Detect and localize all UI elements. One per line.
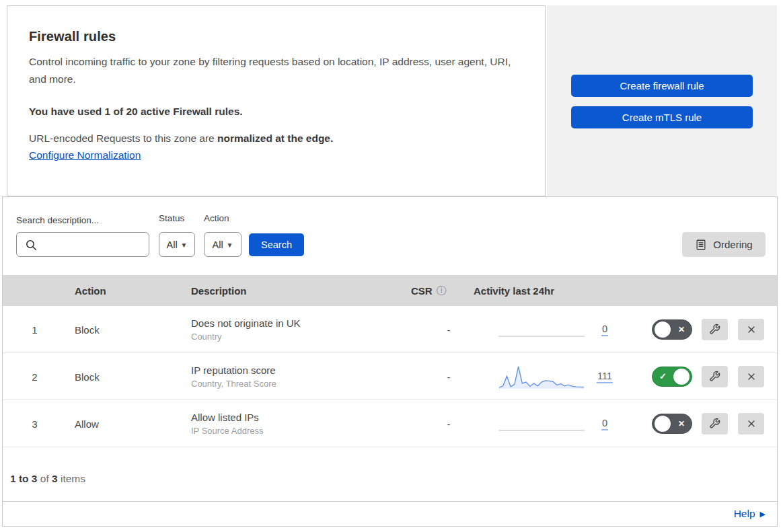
rule-action: Block — [75, 371, 100, 382]
search-icon — [26, 239, 37, 251]
status-filter-select[interactable]: All ▼ — [159, 232, 195, 257]
x-icon: ✕ — [678, 325, 685, 334]
delete-rule-button[interactable] — [738, 413, 764, 434]
column-header-activity: Activity last 24hr — [474, 285, 554, 297]
table-row: 1 Block Does not originate in UK Country… — [3, 306, 777, 353]
rule-csr-value: - — [415, 371, 482, 382]
toggle-knob — [673, 369, 690, 385]
toggle-knob — [655, 416, 671, 432]
normalization-note-bold: normalized at the edge. — [217, 132, 333, 144]
action-filter-value: All — [212, 239, 223, 250]
pagination-range: 1 to 3 — [10, 473, 37, 484]
configure-normalization-link[interactable]: Configure Normalization — [29, 149, 141, 161]
x-icon: ✕ — [678, 419, 685, 428]
rule-enabled-toggle[interactable]: ✓ ✕ — [652, 367, 692, 387]
ordering-button[interactable]: Ordering — [682, 232, 766, 257]
rule-description: Allow listed IPs — [191, 412, 263, 423]
status-filter-value: All — [166, 239, 177, 250]
wrench-icon — [709, 324, 720, 335]
activity-sparkline — [498, 410, 586, 437]
pagination-of: of — [37, 473, 52, 484]
usage-summary: You have used 1 of 20 active Firewall ru… — [29, 106, 523, 118]
rules-panel: Search description... Status Action All … — [2, 196, 778, 527]
table-row: 3 Allow Allow listed IPs IP Source Addre… — [3, 400, 777, 447]
close-icon — [746, 371, 757, 382]
chevron-down-icon: ▼ — [181, 240, 188, 249]
toggle-knob — [655, 321, 671, 338]
help-link-label: Help — [734, 508, 755, 520]
edit-rule-button[interactable] — [702, 319, 728, 340]
normalization-note: URL-encoded Requests to this zone are no… — [29, 132, 523, 145]
activity-count-link[interactable]: 0 — [588, 417, 622, 430]
rule-description: Does not originate in UK — [191, 317, 301, 329]
wrench-icon — [709, 371, 720, 382]
rule-description-block: Allow listed IPs IP Source Address — [191, 412, 263, 436]
table-row: 2 Block IP reputation score Country, Thr… — [3, 353, 777, 400]
close-icon — [746, 324, 757, 335]
firewall-rules-page: Firewall rules Control incoming traffic … — [0, 0, 781, 532]
actions-panel: Create firewall rule Create mTLS rule — [547, 5, 777, 196]
edit-rule-button[interactable] — [702, 413, 728, 434]
close-icon — [746, 418, 757, 429]
table-header: Action Description CSR ⓘ Activity last 2… — [3, 275, 777, 306]
rule-criteria: IP Source Address — [191, 426, 263, 436]
activity-count-link[interactable]: 0 — [588, 323, 622, 336]
wrench-icon — [709, 418, 720, 429]
rule-priority: 1 — [3, 324, 67, 335]
pagination-items: items — [58, 473, 85, 484]
pagination-summary: 1 to 3 of 3 items — [10, 473, 85, 485]
search-button[interactable]: Search — [249, 233, 304, 256]
normalization-note-text: URL-encoded Requests to this zone are — [29, 132, 217, 144]
ordering-button-label: Ordering — [713, 239, 752, 250]
help-bar: Help ▶ — [3, 501, 777, 526]
activity-sparkline — [498, 363, 586, 390]
info-icon[interactable]: ⓘ — [437, 284, 447, 297]
action-filter-select[interactable]: All ▼ — [204, 232, 241, 257]
delete-rule-button[interactable] — [738, 319, 764, 340]
rule-description: IP reputation score — [191, 365, 276, 376]
page-title: Firewall rules — [29, 29, 523, 44]
activity-count: 0 — [601, 417, 608, 430]
page-description: Control incoming traffic to your zone by… — [29, 53, 518, 88]
rule-action: Block — [75, 324, 100, 335]
rule-enabled-toggle[interactable]: ✓ ✕ — [652, 319, 692, 340]
rule-csr-value: - — [415, 418, 482, 429]
rule-enabled-toggle[interactable]: ✓ ✕ — [652, 414, 692, 434]
search-box — [16, 232, 149, 257]
chevron-down-icon: ▼ — [227, 240, 233, 249]
rule-priority: 2 — [3, 371, 67, 382]
activity-count: 111 — [597, 370, 613, 383]
column-header-csr: CSR ⓘ — [411, 284, 447, 297]
search-input[interactable] — [41, 233, 147, 256]
help-link[interactable]: Help ▶ — [734, 508, 766, 520]
column-header-csr-label: CSR — [411, 285, 433, 297]
rule-action: Allow — [75, 418, 99, 429]
column-header-description: Description — [191, 285, 247, 297]
delete-rule-button[interactable] — [738, 366, 764, 387]
column-header-action: Action — [75, 285, 106, 297]
firewall-rules-intro-card: Firewall rules Control incoming traffic … — [7, 5, 546, 196]
rule-priority: 3 — [3, 418, 67, 429]
rule-description-block: Does not originate in UK Country — [191, 317, 301, 342]
help-arrow-icon: ▶ — [760, 509, 766, 519]
search-label: Search description... — [16, 215, 99, 225]
action-label: Action — [204, 213, 229, 223]
rule-description-block: IP reputation score Country, Threat Scor… — [191, 365, 276, 389]
activity-count-link[interactable]: 111 — [588, 370, 622, 383]
activity-count: 0 — [601, 323, 608, 336]
status-label: Status — [159, 213, 184, 223]
check-icon: ✓ — [659, 371, 667, 381]
create-firewall-rule-button[interactable]: Create firewall rule — [571, 75, 753, 97]
activity-sparkline — [498, 316, 586, 343]
create-mtls-rule-button[interactable]: Create mTLS rule — [571, 106, 753, 128]
rule-criteria: Country — [191, 332, 301, 342]
ordering-list-icon — [695, 239, 707, 251]
rule-criteria: Country, Threat Score — [191, 379, 276, 389]
rule-csr-value: - — [415, 324, 482, 335]
pagination-total: 3 — [52, 473, 58, 484]
edit-rule-button[interactable] — [702, 366, 728, 387]
